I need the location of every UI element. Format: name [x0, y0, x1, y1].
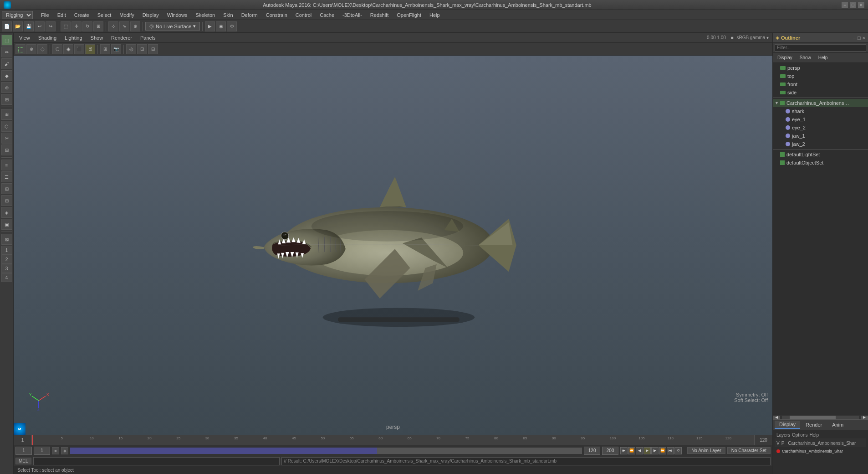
render-button[interactable]: ▶ [205, 21, 215, 31]
vp-menu-panels[interactable]: Panels [137, 34, 159, 41]
vp-isolate-button[interactable]: ◎ [126, 44, 136, 54]
start-frame-input[interactable] [15, 447, 32, 455]
save-scene-button[interactable]: 💾 [24, 21, 34, 31]
front-view-button[interactable]: 3 [1, 264, 12, 273]
paint-button[interactable]: ✏ [1, 46, 12, 57]
loop-button[interactable]: ↺ [674, 447, 682, 454]
anim-tab[interactable]: Anim [827, 421, 848, 428]
vp-menu-show[interactable]: Show [87, 34, 107, 41]
menu-file[interactable]: File [37, 11, 53, 19]
vp-menu-shading[interactable]: Shading [35, 34, 60, 41]
vp-grid-button[interactable]: ⊞ [100, 44, 110, 54]
render-settings-button[interactable]: ⚙ [227, 21, 237, 31]
vp-xray-button[interactable]: ⊡ [137, 44, 147, 54]
vp-camera-button[interactable]: 📷 [111, 44, 121, 54]
select-mode-button[interactable]: ⬚ [1, 35, 12, 46]
ipr-button[interactable]: ◉ [216, 21, 226, 31]
outliner-close-button[interactable]: × [863, 35, 865, 41]
menu-modify[interactable]: Modify [116, 11, 138, 19]
menu-display[interactable]: Display [139, 11, 163, 19]
play-fwd-button[interactable]: ▶ [643, 447, 651, 454]
menu-constrain[interactable]: Constrain [262, 11, 291, 19]
tree-item-top[interactable]: top [773, 72, 868, 80]
options-label[interactable]: Options [792, 433, 807, 438]
menu-deform[interactable]: Deform [238, 11, 261, 19]
menu-redshift[interactable]: Redshift [367, 11, 392, 19]
snap-point-button[interactable]: ⊕ [130, 21, 140, 31]
vp-menu-view[interactable]: View [15, 34, 34, 41]
quick-layout-button[interactable]: ⊠ [1, 234, 12, 245]
artisan-button[interactable]: ≋ [1, 109, 12, 120]
tree-item-shark-group[interactable]: ▼ Carcharhinus_Amboinensis_Shark_nc [773, 99, 868, 107]
workspace-dropdown[interactable]: Rigging [2, 11, 33, 19]
outliner-search-input[interactable] [775, 44, 866, 52]
vp-resolution-button[interactable]: ⊟ [148, 44, 158, 54]
channel-box-button[interactable]: ☰ [1, 171, 12, 182]
scroll-right-button[interactable]: ▶ [861, 416, 868, 419]
scale-tool-button[interactable]: ⊞ [93, 21, 103, 31]
outliner-menu-display[interactable]: Display [775, 54, 795, 61]
prev-key-button[interactable]: ⏪ [628, 447, 635, 454]
help-label-lower[interactable]: Help [809, 433, 819, 438]
menu-openflight[interactable]: OpenFlight [393, 11, 425, 19]
gamma-dropdown-icon[interactable]: ▾ [766, 35, 769, 40]
tree-item-eye1[interactable]: eye_1 [773, 115, 868, 124]
persp-view-button[interactable]: 1 [1, 246, 12, 255]
multicut-button[interactable]: ✂ [1, 133, 12, 144]
anim-layer-dropdown[interactable]: No Anim Layer [687, 447, 725, 454]
top-view-button[interactable]: 2 [1, 255, 12, 264]
menu-windows[interactable]: Windows [163, 11, 191, 19]
outliner-menu-help[interactable]: Help [816, 54, 831, 61]
side-view-button[interactable]: 4 [1, 273, 12, 282]
snap-grid-button[interactable]: ⊹ [108, 21, 118, 31]
display-tab[interactable]: Display [775, 421, 800, 429]
menu-create[interactable]: Create [71, 11, 93, 19]
outliner-minimize-button[interactable]: − [853, 35, 855, 41]
menu-select[interactable]: Select [94, 11, 115, 19]
create-poly-button[interactable]: ⬡ [1, 121, 12, 132]
offset-button[interactable]: ⊟ [1, 144, 12, 155]
time-slider[interactable]: 1 5 10 15 20 25 30 35 40 45 [14, 435, 772, 445]
range-end-input[interactable] [584, 447, 600, 455]
outliner-hscrollbar[interactable]: ◀ ▶ [773, 415, 868, 419]
vp-select-button[interactable]: ⬚ [15, 44, 26, 54]
outliner-menu-show[interactable]: Show [797, 54, 814, 61]
vp-textured-button[interactable]: 🖻 [85, 44, 95, 54]
move-tool-button[interactable]: ✛ [71, 21, 82, 31]
bridge-button[interactable]: ⊞ [1, 94, 12, 105]
no-live-surface-dropdown[interactable]: ◎ No Live Surface ▾ [145, 22, 200, 31]
tree-item-shark[interactable]: shark [773, 107, 868, 115]
current-frame-input[interactable] [34, 447, 50, 455]
prev-frame-button[interactable]: ◀ [636, 447, 643, 454]
menu-3dtoall[interactable]: -3DtoAll- [339, 11, 366, 19]
tree-item-front[interactable]: front [773, 80, 868, 88]
connection-button[interactable]: ⊟ [1, 195, 12, 206]
range-total-input[interactable] [602, 447, 618, 455]
layer-button[interactable]: ⊞ [1, 183, 12, 194]
scroll-thumb[interactable] [790, 416, 836, 419]
snap-curve-button[interactable]: ∿ [119, 21, 129, 31]
go-end-button[interactable]: ⏭ [667, 447, 674, 454]
next-frame-button[interactable]: ▶ [651, 447, 659, 454]
vp-menu-renderer[interactable]: Renderer [107, 34, 136, 41]
menu-help[interactable]: Help [426, 11, 444, 19]
tree-item-lightset[interactable]: defaultLightSet [773, 150, 868, 159]
new-scene-button[interactable]: 📄 [2, 21, 12, 31]
char-set-dropdown[interactable]: No Character Set [727, 447, 771, 454]
menu-edit[interactable]: Edit [54, 11, 70, 19]
tree-item-jaw1[interactable]: jaw_1 [773, 132, 868, 140]
next-key-button[interactable]: ⏩ [659, 447, 666, 454]
vp-menu-lighting[interactable]: Lighting [61, 34, 86, 41]
vp-wireframe-button[interactable]: ⬡ [52, 44, 62, 54]
tree-item-side[interactable]: side [773, 88, 868, 97]
menu-skeleton[interactable]: Skeleton [192, 11, 219, 19]
redo-button[interactable]: ↪ [46, 21, 56, 31]
tree-item-jaw2[interactable]: jaw_2 [773, 140, 868, 148]
target-weld-button[interactable]: ⊕ [1, 82, 12, 93]
hypershade-button[interactable]: ◈ [1, 207, 12, 218]
render-view-button[interactable]: ▣ [1, 219, 12, 230]
undo-button[interactable]: ↩ [35, 21, 45, 31]
menu-skin[interactable]: Skin [220, 11, 236, 19]
tree-item-persp[interactable]: persp [773, 64, 868, 72]
viewport-3d[interactable]: persp Symmetry: Off Soft Select: Off [14, 56, 772, 435]
